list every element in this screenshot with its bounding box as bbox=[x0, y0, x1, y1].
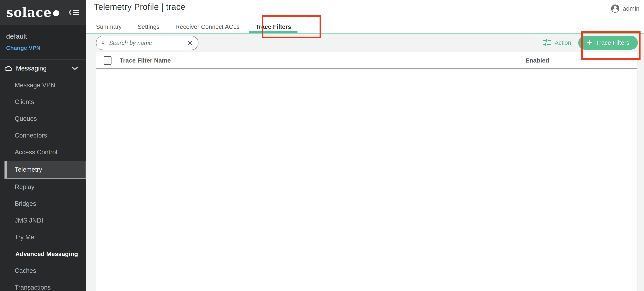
column-header-trace-filter-name: Trace Filter Name bbox=[120, 57, 171, 64]
collapse-sidebar-button[interactable] bbox=[68, 10, 79, 16]
clear-search-button[interactable] bbox=[187, 40, 193, 46]
add-trace-filters-label: Trace Filters bbox=[596, 40, 629, 46]
sidebar-menu: Messaging Message VPN Clients Queues Con… bbox=[0, 60, 86, 291]
column-header-enabled: Enabled bbox=[525, 57, 549, 64]
sidebar: solace default Change VPN Messaging Mess… bbox=[0, 0, 86, 291]
x-icon bbox=[187, 40, 193, 46]
sidebar-item-transactions[interactable]: Transactions bbox=[0, 279, 86, 291]
person-circle-icon bbox=[611, 4, 620, 13]
user-name: admin bbox=[623, 5, 640, 12]
sidebar-item-jms-jndi[interactable]: JMS JNDI bbox=[0, 212, 86, 229]
sidebar-section-advanced-messaging[interactable]: Advanced Messaging bbox=[0, 246, 86, 262]
sidebar-item-caches[interactable]: Caches bbox=[0, 262, 86, 279]
select-all-checkbox[interactable] bbox=[104, 56, 112, 65]
tab-trace-filters[interactable]: Trace Filters bbox=[249, 21, 298, 33]
toolbar: Action + Trace Filters bbox=[86, 34, 644, 52]
sidebar-item-clients[interactable]: Clients bbox=[0, 94, 86, 110]
vpn-name: default bbox=[6, 32, 80, 40]
sidebar-item-telemetry[interactable]: Telemetry bbox=[4, 161, 86, 179]
sidebar-item-bridges[interactable]: Bridges bbox=[0, 195, 86, 212]
collapse-sidebar-icon bbox=[68, 10, 79, 16]
vpn-block: default Change VPN bbox=[0, 25, 86, 60]
magnifier-icon bbox=[102, 40, 105, 46]
sidebar-item-access-control[interactable]: Access Control bbox=[0, 144, 86, 161]
user-menu[interactable]: admin bbox=[603, 1, 644, 16]
tab-receiver-connect-acls[interactable]: Receiver Connect ACLs bbox=[168, 21, 246, 33]
action-button[interactable]: Action bbox=[543, 39, 571, 47]
cloud-icon bbox=[4, 66, 13, 71]
sidebar-item-message-vpn[interactable]: Message VPN bbox=[0, 77, 86, 94]
trace-filters-table: Trace Filter Name Enabled bbox=[96, 52, 638, 291]
search-box bbox=[96, 36, 198, 50]
tab-settings[interactable]: Settings bbox=[131, 21, 166, 33]
tab-summary[interactable]: Summary bbox=[89, 21, 129, 33]
solace-logo: solace bbox=[6, 5, 59, 20]
solace-logo-text: solace bbox=[6, 5, 52, 20]
sidebar-item-queues[interactable]: Queues bbox=[0, 110, 86, 127]
table-header-row: Trace Filter Name Enabled bbox=[96, 52, 637, 69]
sidebar-logo-row: solace bbox=[0, 0, 86, 25]
add-trace-filters-button[interactable]: + Trace Filters bbox=[578, 36, 638, 50]
content-area: Action + Trace Filters Trace Filter Name… bbox=[86, 34, 644, 291]
chevron-down-icon bbox=[72, 67, 78, 70]
sidebar-item-connectors[interactable]: Connectors bbox=[0, 127, 86, 144]
sidebar-item-replay[interactable]: Replay bbox=[0, 179, 86, 195]
page-title: Telemetry Profile | trace bbox=[94, 2, 186, 12]
sidebar-item-try-me[interactable]: Try Me! bbox=[0, 229, 86, 246]
action-button-label: Action bbox=[554, 40, 571, 46]
tab-bar: Summary Settings Receiver Connect ACLs T… bbox=[89, 21, 298, 33]
search-input[interactable] bbox=[109, 40, 187, 46]
top-bar: Telemetry Profile | trace admin Summary … bbox=[86, 0, 644, 34]
toolbar-controls: Action + Trace Filters bbox=[543, 36, 638, 50]
sliders-icon bbox=[543, 39, 551, 47]
change-vpn-link[interactable]: Change VPN bbox=[6, 45, 80, 51]
sidebar-section-messaging[interactable]: Messaging bbox=[0, 60, 86, 77]
sidebar-section-label: Messaging bbox=[16, 65, 46, 72]
main-area: Telemetry Profile | trace admin Summary … bbox=[86, 0, 644, 291]
solace-logo-dot-icon bbox=[53, 10, 59, 16]
